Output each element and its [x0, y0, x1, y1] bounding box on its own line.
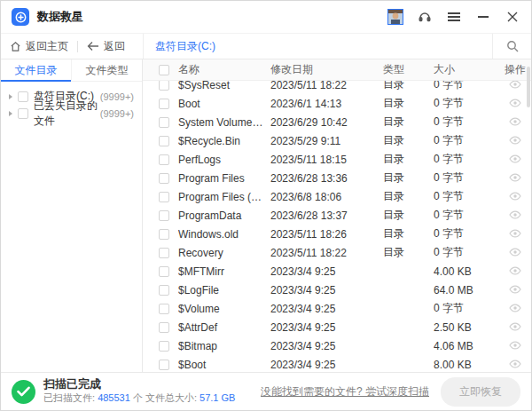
search-button[interactable] [492, 34, 531, 59]
preview-eye-icon[interactable] [509, 340, 521, 352]
preview-eye-icon[interactable] [509, 228, 521, 241]
row-checkbox[interactable] [159, 210, 169, 221]
row-checkbox[interactable] [159, 229, 169, 240]
table-body-rows: $SysReset 2023/5/11 18:22 目录 0 字节 Boot 2… [143, 81, 531, 372]
preview-eye-icon[interactable] [509, 209, 521, 222]
file-type: 目录 [383, 208, 434, 223]
table-row[interactable]: Recovery 2023/5/11 18:22 目录 0 字节 [143, 243, 531, 262]
table-row[interactable]: ProgramData 2023/6/28 13:37 目录 0 字节 [143, 206, 531, 225]
minimize-button[interactable] [475, 9, 491, 25]
table-row[interactable]: $AttrDef 2023/3/4 9:25 2.50 KB [143, 318, 531, 336]
deep-scan-link[interactable]: 没能找到需要的文件? 尝试深度扫描 [261, 384, 429, 399]
file-name: $Boot [178, 359, 270, 371]
row-checkbox[interactable] [159, 341, 169, 352]
table-row[interactable]: Program Files 2023/6/28 13:36 目录 0 字节 [143, 169, 531, 187]
table-row[interactable]: $Bitmap 2023/3/4 9:25 4.06 MB [143, 336, 531, 355]
preview-eye-icon[interactable] [509, 247, 521, 259]
table-row[interactable]: $Recycle.Bin 2023/5/29 9:11 目录 0 字节 [143, 131, 531, 150]
sidebar: 文件目录 文件类型 盘符目录(C:) (9999+) 已丢失目录的文件 (999… [1, 59, 143, 372]
sidebar-tabs: 文件目录 文件类型 [1, 59, 142, 82]
table-row[interactable]: Program Files (x86) 2023/6/8 18:06 目录 0 … [143, 187, 531, 206]
preview-eye-icon[interactable] [509, 359, 521, 371]
scanned-files-label: 已扫描文件: [43, 392, 98, 403]
file-size: 2.50 KB [434, 321, 499, 334]
preview-eye-icon[interactable] [509, 98, 521, 110]
row-checkbox[interactable] [159, 266, 169, 277]
row-checkbox[interactable] [159, 192, 169, 202]
table-row[interactable]: $Volume 2023/3/4 9:25 0 字节 [143, 299, 531, 318]
tab-file-type[interactable]: 文件类型 [71, 59, 142, 81]
expand-caret-icon[interactable] [9, 94, 12, 99]
table-row[interactable]: $Boot 2023/3/4 9:25 8.00 KB [143, 355, 531, 372]
file-type: 目录 [383, 152, 434, 167]
preview-eye-icon[interactable] [509, 303, 521, 315]
tree-item-label: 已丢失目录的文件 [34, 99, 100, 129]
column-header-date[interactable]: 修改日期 [270, 62, 383, 77]
vertical-scrollbar[interactable] [527, 67, 530, 107]
table-row[interactable]: Windows.old 2023/5/11 18:26 目录 0 字节 [143, 225, 531, 243]
row-checkbox[interactable] [159, 99, 169, 109]
recover-now-button[interactable]: 立即恢复 [441, 377, 520, 407]
file-type: 目录 [383, 115, 434, 130]
table-body[interactable]: $SysReset 2023/5/11 18:22 目录 0 字节 Boot 2… [143, 81, 531, 372]
row-checkbox[interactable] [159, 304, 169, 314]
statusbar: 扫描已完成 已扫描文件: 485531 个 文件总大小: 57.1 GB 没能找… [1, 372, 531, 410]
table-row[interactable]: $SysReset 2023/5/11 18:22 目录 0 字节 [143, 81, 531, 94]
row-checkbox[interactable] [159, 117, 169, 128]
preview-eye-icon[interactable] [509, 172, 521, 185]
row-checkbox[interactable] [159, 248, 169, 258]
support-headset-icon[interactable] [417, 9, 433, 25]
row-checkbox[interactable] [159, 136, 169, 146]
file-size: 0 字节 [434, 301, 499, 316]
preview-eye-icon[interactable] [509, 154, 521, 166]
preview-eye-icon[interactable] [509, 191, 521, 203]
menu-icon[interactable] [446, 9, 462, 25]
preview-eye-icon[interactable] [509, 81, 521, 91]
preview-eye-icon[interactable] [509, 284, 521, 296]
tab-file-directory[interactable]: 文件目录 [1, 59, 71, 81]
tree-checkbox[interactable] [18, 108, 28, 119]
preview-eye-icon[interactable] [509, 321, 521, 334]
file-modified-date: 2023/3/4 9:25 [270, 340, 383, 352]
file-name: Program Files (x86) [178, 191, 270, 203]
file-name: $Bitmap [178, 340, 270, 352]
file-name: $Recycle.Bin [178, 135, 270, 147]
row-checkbox[interactable] [159, 360, 169, 370]
file-size: 0 字节 [434, 189, 499, 204]
table-row[interactable]: $LogFile 2023/3/4 9:25 64.0 MB [143, 281, 531, 299]
tree-item-lost-files[interactable]: 已丢失目录的文件 (9999+) [1, 105, 142, 122]
row-checkbox[interactable] [159, 154, 169, 165]
row-checkbox[interactable] [159, 285, 169, 296]
row-checkbox[interactable] [159, 173, 169, 184]
select-all-checkbox[interactable] [159, 65, 169, 75]
file-size: 64.0 MB [434, 284, 499, 296]
column-header-type[interactable]: 类型 [383, 62, 434, 77]
preview-eye-icon[interactable] [509, 265, 521, 278]
total-size-label: 个 文件总大小: [130, 392, 200, 403]
back-button[interactable]: 返回 [78, 39, 134, 54]
close-button[interactable] [505, 9, 520, 25]
home-button[interactable]: 返回主页 [1, 39, 77, 54]
file-modified-date: 2023/5/11 18:22 [270, 247, 383, 259]
file-modified-date: 2023/3/4 9:25 [270, 359, 383, 371]
column-header-size[interactable]: 大小 [434, 62, 499, 77]
column-header-name[interactable]: 名称 [178, 62, 270, 77]
file-type: 目录 [383, 226, 434, 241]
tree-checkbox[interactable] [18, 91, 28, 102]
table-row[interactable]: Boot 2023/6/1 14:13 目录 0 字节 [143, 94, 531, 113]
file-name: $Volume [178, 303, 270, 315]
breadcrumb[interactable]: 盘符目录(C:) [143, 34, 492, 59]
scanned-files-count: 485531 [98, 392, 130, 403]
row-checkbox[interactable] [159, 81, 169, 91]
app-window: 数据救星 返回主页 返回 [0, 0, 532, 411]
file-modified-date: 2023/6/28 13:36 [270, 172, 383, 185]
expand-caret-icon[interactable] [9, 111, 12, 116]
preview-eye-icon[interactable] [509, 135, 521, 147]
preview-eye-icon[interactable] [509, 116, 521, 129]
user-avatar[interactable] [387, 9, 403, 25]
table-row[interactable]: $MFTMirr 2023/3/4 9:25 4.00 KB [143, 262, 531, 281]
table-row[interactable]: System Volume Inf... 2023/6/29 10:42 目录 … [143, 113, 531, 131]
table-row[interactable]: PerfLogs 2023/5/11 18:15 目录 0 字节 [143, 150, 531, 169]
row-checkbox[interactable] [159, 322, 169, 333]
file-name: $AttrDef [178, 321, 270, 334]
